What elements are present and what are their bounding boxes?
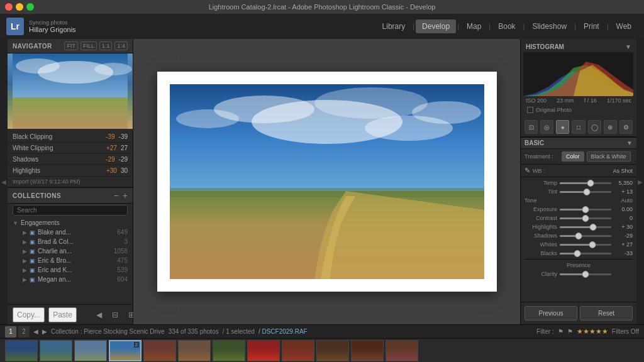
page-1[interactable]: 1 [5, 326, 16, 337]
svg-point-11 [176, 109, 239, 128]
nav-web[interactable]: Web [610, 19, 638, 33]
tint-value: + 13 [614, 189, 633, 195]
collection-item-brad[interactable]: ▶ ▣ Brad & Col... 3 [23, 237, 128, 246]
filmstrip-thumb-3[interactable] [74, 340, 107, 361]
healing-tool[interactable]: ◎ [540, 120, 553, 134]
filter-flag1[interactable]: ⚑ [558, 328, 564, 335]
navigator-1to1[interactable]: 1:1 [99, 41, 113, 50]
nav-map[interactable]: Map [460, 19, 487, 33]
red-eye[interactable]: ⊕ [604, 120, 617, 134]
collection-strip: 1 2 ◀ ▶ Collection : Pierce Stocking Sce… [0, 324, 644, 338]
filmstrip-thumb-8[interactable] [247, 340, 280, 361]
adjustment-brush[interactable]: ● [556, 120, 569, 134]
collection-item-eric-k[interactable]: ▶ ▣ Eric and K... 539 [23, 265, 128, 275]
treatment-color-btn[interactable]: Color [562, 151, 584, 162]
page-2[interactable]: 2 [18, 326, 30, 337]
histogram-section: Histogram ▼ ISO 20 [521, 39, 636, 118]
photo-area[interactable] [133, 39, 520, 324]
navigator-preview[interactable] [8, 53, 133, 129]
navigator-fit[interactable]: FIT [64, 41, 78, 50]
filters-off[interactable]: Filters Off [612, 328, 639, 335]
collections-engagements-group[interactable]: ▼ Engagements [13, 218, 128, 228]
exposure-slider-row: Exposure 0.00 [525, 205, 633, 214]
histogram-menu[interactable]: ▼ [625, 43, 631, 50]
prev-arrow[interactable]: ◀ [93, 309, 105, 321]
nav-book[interactable]: Book [492, 19, 521, 33]
import-row: Import (9/3/17 9:12:40 PM) [8, 177, 133, 187]
minimize-button[interactable] [16, 3, 23, 11]
filmstrip-thumb-11[interactable] [351, 340, 384, 361]
filmstrip-thumb-2[interactable] [40, 340, 72, 361]
filmstrip-thumb-5[interactable] [143, 340, 176, 361]
filmstrip-thumb-1[interactable] [5, 340, 38, 361]
reset-button[interactable]: Reset [580, 306, 633, 321]
filmstrip-icon[interactable]: ⊟ [109, 309, 121, 321]
filter-flag2[interactable]: ⚑ [567, 328, 573, 335]
nav-preview-image [8, 53, 133, 129]
graduated-filter[interactable]: □ [572, 120, 585, 134]
copy-button[interactable]: Copy... [13, 307, 45, 322]
shadows-track[interactable] [560, 235, 611, 237]
filmstrip-thumb-9[interactable] [282, 340, 314, 361]
temp-track[interactable] [560, 182, 611, 184]
collection-item-blake[interactable]: ▶ ▣ Blake and... 649 [23, 228, 128, 237]
collection-item-eric-bro[interactable]: ▶ ▣ Eric & Bro... 475 [23, 256, 128, 265]
contrast-track[interactable] [560, 217, 611, 219]
stars-filter[interactable]: ★★★★★ [577, 327, 608, 336]
navigator-header: Navigator FIT FILL 1:1 1:4 [8, 39, 133, 53]
tint-track[interactable] [560, 191, 611, 193]
original-photo-checkbox[interactable] [527, 107, 533, 113]
basic-menu[interactable]: ▼ [626, 140, 633, 146]
maximize-button[interactable] [26, 3, 34, 11]
collection-item-charlie[interactable]: ▶ ▣ Charlie an... 1058 [23, 246, 128, 256]
collections-header: Collections − + [8, 187, 133, 204]
shadows-row: Shadows -29-29 [8, 154, 133, 165]
close-button[interactable] [5, 3, 13, 11]
treatment-bw-btn[interactable]: Black & White [587, 151, 631, 162]
sync-label: Syncing photos [29, 19, 76, 26]
navigator-1to4[interactable]: 1:4 [114, 41, 128, 50]
wb-eyedropper[interactable]: ✎ [525, 167, 530, 175]
nav-slideshow[interactable]: Slideshow [526, 19, 573, 33]
highlights-track[interactable] [560, 226, 611, 228]
svg-rect-1 [13, 97, 128, 129]
radial-filter[interactable]: ◯ [588, 120, 601, 134]
settings-icon[interactable]: ⚙ [619, 120, 633, 134]
svg-rect-7 [170, 188, 484, 197]
treatment-label: Treatment : [525, 153, 559, 160]
clarity-track[interactable] [560, 273, 611, 275]
previous-button[interactable]: Previous [525, 306, 577, 321]
nav-prev-icon[interactable]: ◀ [33, 328, 38, 335]
basic-header: Basic ▼ [521, 137, 636, 149]
filmstrip-thumb-7[interactable] [213, 340, 245, 361]
auto-tone-btn[interactable]: Auto [621, 197, 633, 204]
whites-track[interactable] [560, 244, 611, 246]
filmstrip-thumb-10[interactable] [316, 340, 349, 361]
blacks-track[interactable] [560, 253, 611, 255]
navigator-title: Navigator [13, 43, 52, 50]
right-edge-collapse[interactable]: ▶ [636, 39, 644, 324]
collections-add[interactable]: + [123, 190, 128, 200]
nav-develop[interactable]: Develop [416, 19, 456, 33]
filmstrip-thumb-6[interactable] [178, 340, 211, 361]
svg-point-4 [94, 63, 132, 75]
iso-value: ISO 200 [526, 97, 547, 104]
crop-tool[interactable]: ⊡ [525, 120, 538, 134]
blacks-value: -33 [614, 250, 633, 256]
temp-label: Temp [525, 180, 557, 186]
navigator-fill[interactable]: FILL [80, 41, 97, 50]
collections-minus[interactable]: − [114, 190, 119, 200]
exposure-track[interactable] [560, 209, 611, 211]
nav-next-icon[interactable]: ▶ [42, 328, 47, 335]
filmstrip-thumb-12[interactable] [386, 340, 418, 361]
focal-length: 23 mm [557, 97, 574, 104]
nav-print[interactable]: Print [577, 19, 606, 33]
presence-label: Presence [525, 261, 633, 270]
collections-search-input[interactable] [13, 205, 128, 216]
filmstrip-thumb-4[interactable]: 2 [109, 340, 142, 361]
left-edge-collapse[interactable]: ◀ [0, 39, 8, 324]
nav-library[interactable]: Library [376, 19, 412, 33]
collection-item-megan[interactable]: ▶ ▣ Megan an... 604 [23, 275, 128, 284]
paste-button[interactable]: Paste [48, 307, 77, 322]
photo-count: 334 of 335 photos [169, 328, 219, 335]
